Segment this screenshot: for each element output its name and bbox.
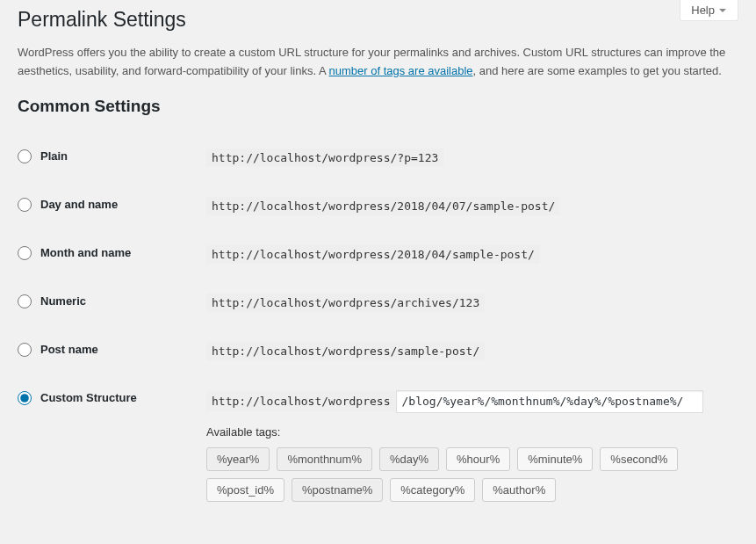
label-day-name[interactable]: Day and name xyxy=(40,198,118,211)
radio-custom[interactable] xyxy=(18,391,32,405)
tag-button[interactable]: %author% xyxy=(482,478,556,502)
help-button[interactable]: Help xyxy=(680,0,738,21)
label-numeric[interactable]: Numeric xyxy=(40,294,86,308)
tag-button[interactable]: %year% xyxy=(206,447,270,471)
common-settings-heading: Common Settings xyxy=(18,97,738,116)
tag-button[interactable]: %day% xyxy=(379,447,439,471)
tag-button[interactable]: %monthnum% xyxy=(277,447,372,471)
url-month-name: http://localhost/wordpress/2018/04/sampl… xyxy=(206,245,540,264)
radio-month-name[interactable] xyxy=(18,246,32,260)
option-numeric: Numeric http://localhost/wordpress/archi… xyxy=(18,279,738,327)
label-post-name[interactable]: Post name xyxy=(40,343,98,356)
label-custom[interactable]: Custom Structure xyxy=(40,391,137,404)
tag-button[interactable]: %postname% xyxy=(292,478,383,502)
tag-button[interactable]: %minute% xyxy=(517,447,593,471)
option-day-name: Day and name http://localhost/wordpress/… xyxy=(18,182,738,230)
tag-buttons: %year%%monthnum%%day%%hour%%minute%%seco… xyxy=(206,447,738,502)
chevron-down-icon xyxy=(718,6,727,15)
url-plain: http://localhost/wordpress/?p=123 xyxy=(206,149,443,167)
radio-post-name[interactable] xyxy=(18,343,32,357)
tag-button[interactable]: %second% xyxy=(600,447,678,471)
tag-button[interactable]: %post_id% xyxy=(206,478,284,502)
intro-text: WordPress offers you the ability to crea… xyxy=(18,44,738,81)
help-label: Help xyxy=(691,4,715,17)
tags-doc-link[interactable]: number of tags are available xyxy=(329,64,473,77)
label-month-name[interactable]: Month and name xyxy=(40,246,131,259)
radio-numeric[interactable] xyxy=(18,294,32,308)
option-plain: Plain http://localhost/wordpress/?p=123 xyxy=(18,134,738,182)
option-custom: Custom Structure http://localhost/wordpr… xyxy=(18,375,738,517)
available-tags-label: Available tags: xyxy=(206,425,738,439)
custom-prefix: http://localhost/wordpress xyxy=(206,391,396,411)
url-day-name: http://localhost/wordpress/2018/04/07/sa… xyxy=(206,197,560,215)
custom-structure-input[interactable] xyxy=(396,390,703,413)
tag-button[interactable]: %category% xyxy=(390,478,475,502)
radio-day-name[interactable] xyxy=(18,198,32,212)
label-plain[interactable]: Plain xyxy=(40,149,68,163)
option-post-name: Post name http://localhost/wordpress/sam… xyxy=(18,327,738,375)
tag-button[interactable]: %hour% xyxy=(446,447,510,471)
url-numeric: http://localhost/wordpress/archives/123 xyxy=(206,294,485,312)
option-month-name: Month and name http://localhost/wordpres… xyxy=(18,230,738,279)
url-post-name: http://localhost/wordpress/sample-post/ xyxy=(206,342,485,360)
radio-plain[interactable] xyxy=(18,149,32,163)
page-title: Permalink Settings xyxy=(18,0,738,35)
